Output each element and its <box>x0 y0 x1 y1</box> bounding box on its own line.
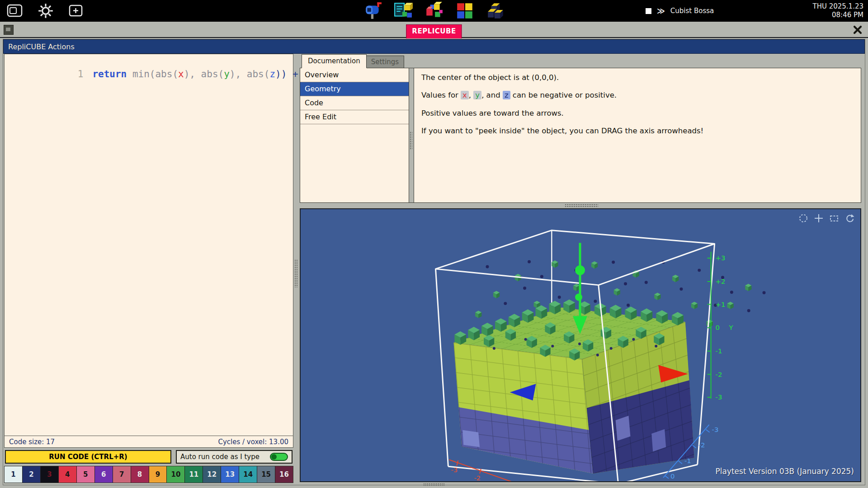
svg-text:+1: +1 <box>716 300 726 309</box>
window-titlebar: RepliCUBE Actions <box>3 39 865 54</box>
svg-text:-3: -3 <box>712 426 719 434</box>
palette-swatch[interactable]: 11 <box>185 466 203 483</box>
display-icon[interactable] <box>6 3 24 19</box>
tab-documentation[interactable]: Documentation <box>302 54 367 68</box>
window-tabstrip: REPLICUBE <box>0 22 868 38</box>
svg-text:-2: -2 <box>698 441 705 450</box>
marquee-box-icon[interactable] <box>829 213 840 224</box>
autorun-toggle[interactable] <box>270 453 288 461</box>
palette-swatch[interactable]: 7 <box>113 466 131 483</box>
chip-x: x <box>461 91 469 99</box>
x-axis-ruler: -3 -2 <box>449 460 546 481</box>
tab-settings[interactable]: Settings <box>366 56 405 68</box>
system-topbar: ≫ Cubist Bossa THU 2025.1.23 08:46 PM <box>0 0 868 22</box>
close-icon[interactable] <box>851 23 864 36</box>
palette-swatch[interactable]: 12 <box>203 466 221 483</box>
red-cubes-app-icon[interactable] <box>425 1 443 20</box>
svg-text:-2: -2 <box>716 371 722 379</box>
doc-tabs: Documentation Settings <box>300 56 861 68</box>
doc-paragraph: If you want to "peek inside" the object,… <box>421 126 854 136</box>
clock-date: THU 2025.1.23 <box>812 2 863 11</box>
y-axis-tick-labels: +3 +2 +1 0 -1 -2 -3 Y <box>716 254 734 401</box>
y-axis-handle[interactable] <box>575 265 585 275</box>
reset-view-icon[interactable] <box>844 213 855 224</box>
palette-swatch[interactable]: 5 <box>77 466 95 483</box>
clock: THU 2025.1.23 08:46 PM <box>812 2 863 19</box>
code-size-label: Code size: 17 <box>9 438 55 446</box>
code-token: min(abs( <box>127 69 178 80</box>
svg-text:-2: -2 <box>474 474 481 481</box>
autorun-box: Auto run code as I type <box>176 450 292 464</box>
code-token: return <box>92 69 127 80</box>
nav-item-code[interactable]: Code <box>300 96 409 110</box>
code-editor[interactable]: 1return min(abs(x), abs(y), abs(z)) + 10 <box>4 54 293 436</box>
palette-swatch[interactable]: 2 <box>23 466 41 483</box>
docs-nav: Overview Geometry Code Free Edit <box>300 68 409 202</box>
palette-swatch[interactable]: 10 <box>167 466 185 483</box>
window-title: RepliCUBE Actions <box>8 42 75 51</box>
svg-text:-1: -1 <box>716 347 722 355</box>
run-code-button[interactable]: RUN CODE (CTRL+R) <box>5 450 171 464</box>
svg-text:-3: -3 <box>716 393 722 401</box>
topbar-app-icons <box>363 0 505 22</box>
palette-swatch[interactable]: 8 <box>131 466 149 483</box>
mailbox-app-icon[interactable] <box>363 1 382 20</box>
docs-content: The center of the object is at (0,0,0). … <box>414 68 861 202</box>
topbar-left-group <box>6 0 84 22</box>
svg-text:0: 0 <box>670 472 675 480</box>
selection-circle-icon[interactable] <box>798 213 809 224</box>
palette-swatch[interactable]: 4 <box>59 466 77 483</box>
editor-status-bar: Code size: 17 Cycles / voxel: 13.00 <box>4 436 293 448</box>
blueprint-cubes-app-icon[interactable] <box>394 1 413 20</box>
tab-replicube[interactable]: REPLICUBE <box>406 24 462 38</box>
new-window-icon[interactable] <box>68 3 84 19</box>
color-grid-app-icon[interactable] <box>455 1 474 20</box>
line-number: 1 <box>78 69 84 80</box>
palette-swatch[interactable]: 9 <box>149 466 167 483</box>
code-token: z <box>269 69 275 80</box>
svg-text:0: 0 <box>716 324 720 332</box>
palette-swatch[interactable]: 16 <box>275 466 293 483</box>
workspace-icon[interactable] <box>4 25 14 35</box>
docs-nav-splitter[interactable] <box>409 68 414 202</box>
nav-item-geometry[interactable]: Geometry <box>300 82 409 96</box>
now-playing-title: Cubist Bossa <box>670 7 714 15</box>
docs-body: Overview Geometry Code Free Edit The cen… <box>300 68 861 203</box>
chip-z: z <box>503 91 510 99</box>
palette-swatch[interactable]: 15 <box>257 466 275 483</box>
palette-swatch[interactable]: 6 <box>95 466 113 483</box>
doc-paragraph: Positive values are toward the arrows. <box>421 108 854 118</box>
horizontal-splitter[interactable] <box>299 203 864 208</box>
voxel-scene: +3 +2 +1 0 -1 -2 -3 Y <box>301 209 860 481</box>
move-icon[interactable] <box>813 213 824 224</box>
skip-icon[interactable]: ≫ <box>657 6 665 15</box>
svg-text:-1: -1 <box>684 457 691 465</box>
bottom-resize-grip[interactable] <box>423 483 445 486</box>
nav-item-overview[interactable]: Overview <box>300 68 409 82</box>
media-controls: ≫ Cubist Bossa <box>646 0 714 22</box>
viewport-tools <box>798 213 855 224</box>
toggle-knob <box>271 454 277 460</box>
svg-text:+2: +2 <box>716 277 726 286</box>
chip-y: y <box>473 91 481 99</box>
dark-cubes-app-icon[interactable] <box>486 1 505 20</box>
stop-icon[interactable] <box>646 8 651 14</box>
code-token: x <box>178 69 184 80</box>
window-body: 1return min(abs(x), abs(y), abs(z)) + 10… <box>4 54 864 483</box>
autorun-label: Auto run code as I type <box>180 453 259 461</box>
palette-swatch[interactable]: 3 <box>41 466 59 483</box>
svg-text:-3: -3 <box>451 466 458 474</box>
svg-text:+3: +3 <box>716 254 726 262</box>
nav-item-free-edit[interactable]: Free Edit <box>300 110 409 124</box>
code-token: ), abs( <box>184 69 224 80</box>
gear-icon[interactable] <box>37 2 54 19</box>
doc-paragraph: The center of the object is at (0,0,0). <box>421 73 854 83</box>
voxel-viewport[interactable]: +3 +2 +1 0 -1 -2 -3 Y <box>300 208 861 482</box>
screen: ≫ Cubist Bossa THU 2025.1.23 08:46 PM RE… <box>0 0 868 488</box>
y-axis-handle[interactable] <box>575 294 582 301</box>
vertical-splitter[interactable] <box>293 54 299 483</box>
palette-swatch[interactable]: 1 <box>5 466 23 483</box>
right-pane: Documentation Settings Overview Geometry… <box>299 54 864 483</box>
palette-swatch[interactable]: 14 <box>239 466 257 483</box>
palette-swatch[interactable]: 13 <box>221 466 239 483</box>
